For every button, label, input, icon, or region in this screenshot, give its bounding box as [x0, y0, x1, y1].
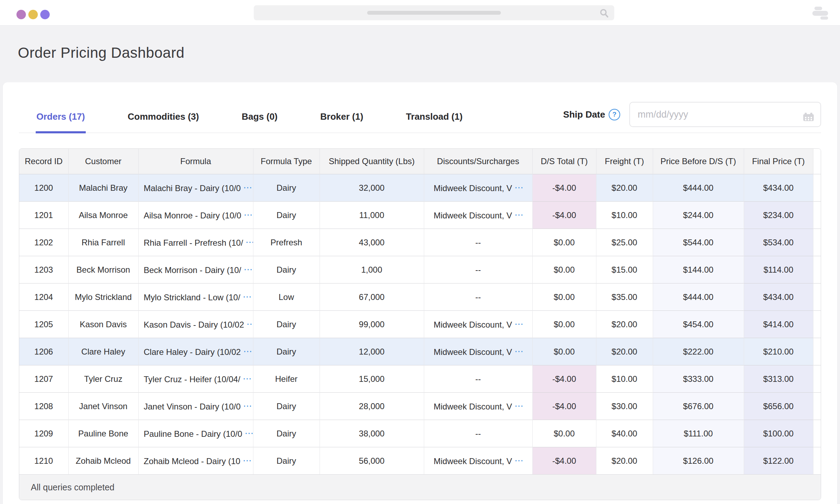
cell-price-before: $676.00 — [653, 393, 744, 420]
scrollbar-gutter — [813, 202, 821, 229]
cell-customer: Janet Vinson — [68, 393, 138, 420]
table-row[interactable]: 1200 Malachi Bray Malachi Bray - Dairy (… — [19, 174, 821, 202]
ship-date-input[interactable] — [629, 102, 821, 127]
cell-shipped-qty: 28,000 — [320, 393, 424, 420]
cell-shipped-qty: 1,000 — [320, 256, 424, 284]
tab-transload[interactable]: Transload (1) — [405, 111, 463, 133]
col-header-freight[interactable]: Freight (T) — [596, 149, 653, 174]
cell-final-price: $534.00 — [744, 229, 813, 256]
cell-customer: Rhia Farrell — [68, 229, 138, 256]
table-row[interactable]: 1206 Clare Haley Clare Haley - Dairy (10… — [19, 338, 821, 365]
table-row[interactable]: 1209 Pauline Bone Pauline Bone - Dairy (… — [19, 420, 821, 447]
cell-final-price: $434.00 — [744, 284, 813, 311]
cell-formula: Janet Vinson - Dairy (10/0⋯ — [138, 393, 253, 420]
truncation-ellipsis-icon[interactable]: ⋯ — [514, 182, 523, 192]
browser-menu-icon[interactable] — [812, 7, 828, 20]
truncation-ellipsis-icon[interactable]: ⋯ — [514, 401, 523, 411]
cell-final-price: $234.00 — [744, 202, 813, 229]
truncation-ellipsis-icon[interactable]: ⋯ — [514, 319, 523, 329]
cell-price-before: $444.00 — [653, 174, 744, 202]
table-row[interactable]: 1201 Ailsa Monroe Ailsa Monroe - Dairy (… — [19, 202, 821, 229]
scrollbar-gutter — [813, 447, 821, 475]
cell-shipped-qty: 67,000 — [320, 284, 424, 311]
table-row[interactable]: 1203 Beck Morrison Beck Morrison - Dairy… — [19, 256, 821, 284]
dashboard-card: Orders (17) Commodities (3) Bags (0) Bro… — [3, 82, 837, 504]
cell-freight: $10.00 — [596, 202, 653, 229]
truncation-ellipsis-icon[interactable]: ⋯ — [243, 373, 251, 383]
cell-discounts: --⋯ — [424, 229, 532, 256]
col-header-final-price[interactable]: Final Price (T) — [744, 149, 813, 174]
cell-discounts: --⋯ — [424, 365, 532, 393]
truncation-ellipsis-icon[interactable]: ⋯ — [243, 401, 251, 411]
address-search-bar[interactable] — [254, 5, 614, 20]
truncation-ellipsis-icon[interactable]: ⋯ — [243, 455, 251, 465]
truncation-ellipsis-icon[interactable]: ⋯ — [514, 210, 523, 219]
window-controls — [16, 10, 50, 19]
cell-record-id: 1208 — [19, 393, 68, 420]
cell-freight: $20.00 — [596, 174, 653, 202]
cell-price-before: $222.00 — [653, 338, 744, 365]
cell-price-before: $244.00 — [653, 202, 744, 229]
truncation-ellipsis-icon[interactable]: ⋯ — [244, 264, 252, 274]
col-header-shipped-qty[interactable]: Shipped Quantity (Lbs) — [320, 149, 424, 174]
col-header-customer[interactable]: Customer — [68, 149, 138, 174]
truncation-ellipsis-icon[interactable]: ⋯ — [244, 210, 252, 219]
table-row[interactable]: 1204 Mylo Strickland Mylo Strickland - L… — [19, 284, 821, 311]
status-text: All queries completed — [31, 482, 114, 492]
col-header-formula-type[interactable]: Formula Type — [253, 149, 320, 174]
cell-formula-type: Dairy — [253, 393, 320, 420]
cell-ds-total: $0.00 — [532, 420, 596, 447]
cell-final-price: $434.00 — [744, 174, 813, 202]
cell-formula: Kason Davis - Dairy (10/02⋯ — [138, 311, 253, 338]
cell-price-before: $126.00 — [653, 447, 744, 475]
scrollbar-gutter — [813, 338, 821, 365]
col-header-price-before[interactable]: Price Before D/S (T) — [653, 149, 744, 174]
truncation-ellipsis-icon[interactable]: ⋯ — [243, 292, 251, 301]
window-close-button[interactable] — [16, 10, 26, 19]
truncation-ellipsis-icon[interactable]: ⋯ — [245, 428, 253, 438]
col-header-record-id[interactable]: Record ID — [19, 149, 68, 174]
table-row[interactable]: 1210 Zohaib Mcleod Zohaib Mcleod - Dairy… — [19, 447, 821, 475]
scrollbar-gutter — [813, 229, 821, 256]
cell-formula: Mylo Strickland - Low (10/⋯ — [138, 284, 253, 311]
cell-freight: $15.00 — [596, 256, 653, 284]
cell-freight: $35.00 — [596, 284, 653, 311]
truncation-ellipsis-icon[interactable]: ⋯ — [514, 346, 523, 356]
truncation-ellipsis-icon[interactable]: ⋯ — [246, 237, 253, 247]
cell-record-id: 1209 — [19, 420, 68, 447]
cell-final-price: $122.00 — [744, 447, 813, 475]
truncation-ellipsis-icon[interactable]: ⋯ — [246, 319, 253, 329]
cell-shipped-qty: 38,000 — [320, 420, 424, 447]
truncation-ellipsis-icon[interactable]: ⋯ — [243, 182, 251, 192]
truncation-ellipsis-icon[interactable]: ⋯ — [243, 346, 251, 356]
cell-formula-type: Dairy — [253, 420, 320, 447]
col-header-ds-total[interactable]: D/S Total (T) — [532, 149, 596, 174]
page-title: Order Pricing Dashboard — [18, 44, 840, 61]
cell-formula-type: Dairy — [253, 311, 320, 338]
search-icon — [600, 8, 609, 18]
cell-final-price: $100.00 — [744, 420, 813, 447]
cell-discounts: Midweek Discount, V⋯ — [424, 447, 532, 475]
table-row[interactable]: 1207 Tyler Cruz Tyler Cruz - Heifer (10/… — [19, 365, 821, 393]
window-maximize-button[interactable] — [40, 10, 50, 19]
cell-customer: Pauline Bone — [68, 420, 138, 447]
tab-commodities[interactable]: Commodities (3) — [127, 111, 200, 133]
col-header-formula[interactable]: Formula — [138, 149, 253, 174]
tab-broker[interactable]: Broker (1) — [320, 111, 364, 133]
table-row[interactable]: 1202 Rhia Farrell Rhia Farrell - Prefres… — [19, 229, 821, 256]
cell-freight: $20.00 — [596, 447, 653, 475]
cell-formula-type: Dairy — [253, 174, 320, 202]
calendar-icon[interactable] — [802, 108, 816, 122]
tab-orders[interactable]: Orders (17) — [36, 111, 86, 133]
tab-bags[interactable]: Bags (0) — [241, 111, 278, 133]
table-row[interactable]: 1208 Janet Vinson Janet Vinson - Dairy (… — [19, 393, 821, 420]
table-header: Record ID Customer Formula Formula Type … — [19, 149, 821, 174]
window-minimize-button[interactable] — [28, 10, 38, 19]
help-question-icon[interactable]: ? — [609, 109, 620, 120]
col-header-discounts[interactable]: Discounts/Surcharges — [424, 149, 532, 174]
cell-ds-total: -$4.00 — [532, 447, 596, 475]
truncation-ellipsis-icon[interactable]: ⋯ — [514, 455, 523, 465]
table-row[interactable]: 1205 Kason Davis Kason Davis - Dairy (10… — [19, 311, 821, 338]
cell-shipped-qty: 43,000 — [320, 229, 424, 256]
orders-table: Record ID Customer Formula Formula Type … — [19, 148, 821, 500]
